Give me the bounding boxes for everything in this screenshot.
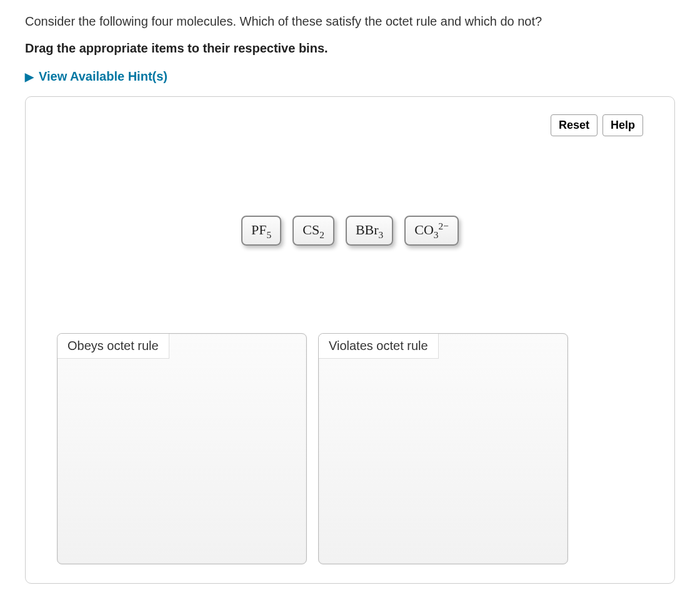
bins-row: Obeys octet rule Violates octet rule — [44, 333, 656, 564]
molecule-base: CS — [302, 222, 319, 238]
help-button[interactable]: Help — [602, 114, 643, 136]
caret-right-icon: ▶ — [25, 70, 34, 84]
molecule-chip-cs2[interactable]: CS2 — [292, 216, 334, 246]
molecule-sub: 3 — [434, 229, 439, 240]
molecule-base: BBr — [356, 222, 379, 238]
molecule-chip-pf5[interactable]: PF5 — [241, 216, 281, 246]
molecule-sub: 5 — [267, 229, 272, 240]
question-text: Consider the following four molecules. W… — [25, 12, 675, 30]
molecule-chip-bbr3[interactable]: BBr3 — [346, 216, 393, 246]
hints-label: View Available Hint(s) — [39, 69, 168, 84]
molecule-sub: 3 — [379, 229, 384, 240]
hints-toggle[interactable]: ▶ View Available Hint(s) — [25, 69, 675, 84]
molecule-base: PF — [251, 222, 266, 238]
bin-obeys[interactable]: Obeys octet rule — [57, 333, 307, 564]
instruction-text: Drag the appropriate items to their resp… — [25, 41, 675, 56]
activity-panel: Reset Help PF5 CS2 BBr3 CO32− Obeys octe… — [25, 96, 675, 584]
molecule-base: CO — [414, 222, 434, 238]
bin-violates-label: Violates octet rule — [319, 334, 439, 359]
molecules-row: PF5 CS2 BBr3 CO32− — [44, 216, 656, 246]
molecule-sup: 2− — [439, 221, 449, 231]
molecule-chip-co3[interactable]: CO32− — [404, 216, 459, 246]
toolbar: Reset Help — [551, 114, 643, 136]
bin-obeys-label: Obeys octet rule — [58, 334, 169, 359]
molecule-sub: 2 — [319, 229, 324, 240]
reset-button[interactable]: Reset — [551, 114, 598, 136]
bin-violates[interactable]: Violates octet rule — [318, 333, 568, 564]
